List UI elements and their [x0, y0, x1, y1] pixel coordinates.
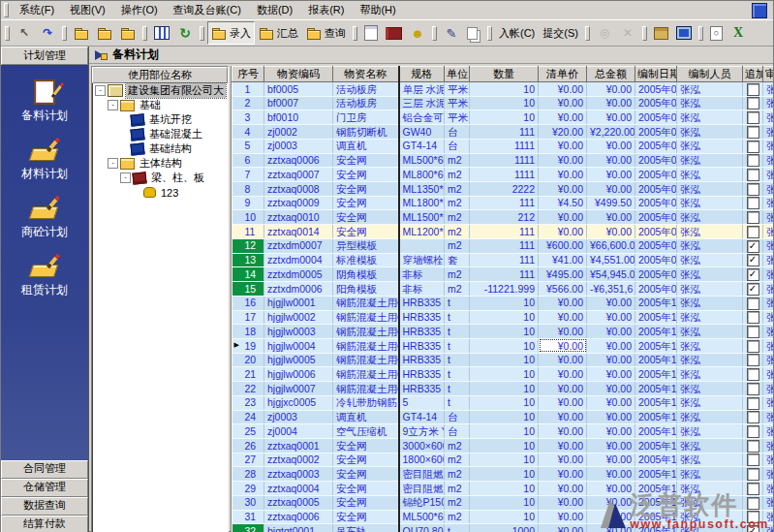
append-checkbox[interactable] [747, 354, 759, 366]
col-header-unit[interactable]: 单位 [445, 67, 470, 82]
col-header-qty[interactable]: 数量 [470, 67, 539, 82]
print-preview-icon[interactable]: ○ [706, 21, 727, 45]
append-checkbox[interactable] [747, 83, 759, 96]
table-row[interactable]: 1bf0005活动板房单层 水泥平米10¥0.00¥0.002005年09月张泓… [232, 82, 774, 97]
tree-node-0[interactable]: -建设集团有限公司大 [92, 83, 228, 98]
table-row[interactable]: 14zztxdm0005阴角模板非标m2111¥495.00¥54,945.02… [232, 267, 774, 282]
columns-view-icon[interactable] [150, 21, 173, 45]
query-button[interactable]: 查询 [302, 21, 350, 45]
append-checkbox[interactable] [747, 97, 759, 110]
col-header-date[interactable]: 编制日期 [635, 67, 677, 82]
menu-item-6[interactable]: 帮助(H) [352, 1, 403, 19]
append-checkbox[interactable]: ✓ [747, 240, 759, 253]
sidebar-bottom-button-1[interactable]: 仓储管理 [1, 479, 88, 497]
excel-icon[interactable]: X [727, 21, 750, 45]
post-button[interactable]: 入帐(C) [495, 21, 539, 45]
red-book-icon[interactable] [382, 21, 406, 45]
folder-up-icon[interactable] [116, 21, 139, 45]
pointer-help-icon[interactable]: ↖ [13, 21, 36, 45]
clipboard-icon[interactable] [360, 21, 382, 45]
table-row[interactable]: 13zztxdm0004标准模板穿墙螺栓套111¥41.00¥4,551.002… [232, 253, 774, 267]
menu-item-3[interactable]: 查询及台账(C) [166, 1, 249, 19]
append-checkbox[interactable]: ✓ [747, 283, 759, 296]
tree-node-1[interactable]: -基础 [92, 98, 228, 112]
tree-expander-icon[interactable]: - [108, 158, 118, 169]
sidebar-item-1[interactable]: 材料计划 [1, 137, 88, 182]
append-checkbox[interactable] [747, 226, 759, 238]
append-checkbox[interactable] [747, 141, 759, 153]
toolbar-grip[interactable] [585, 26, 590, 41]
append-checkbox[interactable] [747, 411, 759, 423]
tree-expander-icon[interactable]: - [95, 85, 106, 96]
table-row[interactable]: 15zztxdm0006阳角模板非标m2-11221.999¥566.00-¥6… [232, 282, 774, 297]
toolbar-grip[interactable] [698, 26, 703, 41]
table-row[interactable]: 16hjgjlw0001钢筋混凝土用钢筋HRB335 10t10¥0.00¥0.… [232, 296, 774, 310]
table-row[interactable]: 5zj0003调直机GT4-14台1111¥0.00¥0.002005年09月张… [232, 139, 774, 153]
table-row[interactable]: 21hjgjlw0006钢筋混凝土用钢筋HRB335 20t10¥0.00¥0.… [232, 367, 774, 382]
tree-node-2[interactable]: 基坑开挖 [92, 112, 228, 127]
append-checkbox[interactable] [747, 211, 759, 224]
open-folder-icon[interactable] [70, 21, 93, 45]
table-row[interactable]: 25zj0004空气压缩机9立方米 Y台10¥0.00¥0.002005年10月… [232, 424, 774, 439]
append-checkbox[interactable] [747, 126, 759, 139]
col-header-append[interactable]: 追加 [743, 67, 763, 82]
append-checkbox[interactable] [747, 340, 759, 353]
sidebar-item-3[interactable]: 租赁计划 [1, 253, 88, 298]
menu-item-1[interactable]: 视图(V) [62, 1, 113, 19]
append-checkbox[interactable] [747, 169, 759, 181]
col-header-spec[interactable]: 规格 [399, 67, 445, 82]
append-checkbox[interactable] [747, 397, 759, 410]
sidebar-item-2[interactable]: 商砼计划 [1, 195, 88, 240]
toolbar-grip[interactable] [353, 26, 357, 41]
col-header-person[interactable]: 编制人员 [677, 67, 743, 82]
col-header-audit[interactable]: 审 [763, 67, 774, 82]
copy-icon[interactable] [463, 21, 484, 45]
append-checkbox[interactable] [747, 111, 759, 124]
table-row[interactable]: 7zztxaq0007安全网ML800*600m21111¥0.00¥0.002… [232, 168, 774, 182]
append-checkbox[interactable] [747, 468, 759, 481]
tree-expander-icon[interactable]: - [108, 100, 118, 110]
monitor-search-icon[interactable] [672, 21, 696, 45]
toolbar-grip[interactable] [200, 26, 204, 41]
menu-item-4[interactable]: 数据(D) [249, 1, 300, 19]
context-help-icon[interactable]: ↷ [36, 21, 59, 45]
table-row[interactable]: 24zj0003调直机GT4-14台10¥0.00¥0.002005年10月张泓… [232, 410, 774, 424]
sidebar-header[interactable]: 计划管理 [1, 47, 88, 65]
tree-expander-icon[interactable]: - [120, 172, 131, 183]
table-row[interactable]: 20hjgjlw0005钢筋混凝土用钢筋HRB335 18t10¥0.00¥0.… [232, 353, 774, 367]
tree-node-5[interactable]: -主体结构 [92, 156, 228, 171]
package-icon[interactable] [650, 21, 672, 45]
refresh-icon[interactable]: ↻ [173, 21, 197, 45]
window-app-icon[interactable] [752, 3, 767, 18]
append-checkbox[interactable] [747, 326, 759, 338]
signature-icon[interactable]: ✎ [440, 21, 463, 45]
toolbar-grip[interactable] [142, 26, 147, 41]
append-checkbox[interactable] [747, 454, 759, 466]
approver-icon[interactable]: ☻ [406, 21, 429, 45]
table-row[interactable]: ▶19hjgjlw0004钢筋混凝土用钢筋HRB335 16t10¥0.00¥0… [232, 338, 774, 353]
tree-node-6[interactable]: -梁、柱、板 [92, 171, 228, 185]
append-checkbox[interactable] [747, 154, 759, 167]
table-row[interactable]: 8zztxaq0008安全网ML1350*60m22222¥0.00¥0.002… [232, 182, 774, 197]
table-row[interactable]: 27zztxaq0002安全网1800×600m210¥0.00¥0.00200… [232, 453, 774, 467]
table-row[interactable]: 11zztxaq0014安全网ML1200*60m2111¥0.00¥0.002… [232, 225, 774, 239]
menu-grip[interactable] [4, 3, 9, 17]
append-checkbox[interactable] [747, 368, 759, 381]
sidebar-bottom-button-2[interactable]: 数据查询 [1, 497, 88, 516]
table-row[interactable]: 6zztxaq0006安全网ML500*600m21111¥0.00¥0.002… [232, 153, 774, 168]
table-row[interactable]: 12zztxdm0007异型模板m2111¥600.00¥66,600.0200… [232, 238, 774, 253]
toolbar-grip[interactable] [5, 26, 10, 41]
append-checkbox[interactable] [747, 183, 759, 196]
entry-button[interactable]: 录入 [207, 21, 255, 45]
table-row[interactable]: 23hjgjxc0005冷轧带肋钢筋5t10¥0.00¥0.002005年10月… [232, 395, 774, 410]
menu-item-2[interactable]: 操作(O) [113, 1, 166, 19]
toolbar-grip[interactable] [62, 26, 67, 41]
col-header-code[interactable]: 物资编码 [264, 67, 333, 82]
tree-node-3[interactable]: 基础混凝土 [92, 127, 228, 141]
menu-item-5[interactable]: 报表(R) [300, 1, 352, 19]
open-folder-arrow-icon[interactable] [93, 21, 116, 45]
toolbar-grip[interactable] [432, 26, 437, 41]
col-header-price[interactable]: 清单价 [539, 67, 587, 82]
table-row[interactable]: 17hjgjlw0002钢筋混凝土用钢筋HRB335 12t10¥0.00¥0.… [232, 310, 774, 325]
table-row[interactable]: 4zj0002钢筋切断机GW40台111¥20.00¥2,220.002005年… [232, 125, 774, 140]
